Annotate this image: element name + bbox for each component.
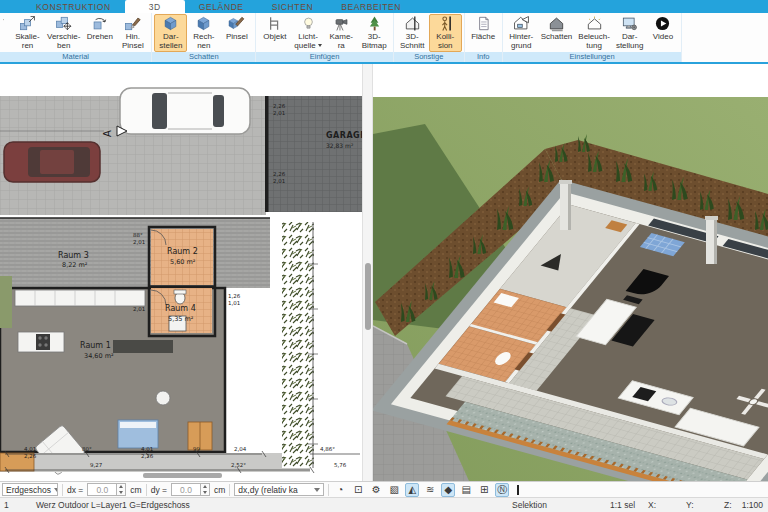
- raum2-floor: [151, 229, 213, 285]
- status-selection: Selektion: [512, 500, 547, 510]
- scale-icon: [18, 15, 37, 32]
- ribbon-button-lichtquelle[interactable]: Licht- quelle: [291, 14, 324, 52]
- group-info: Fläche Info: [465, 13, 503, 62]
- surface-icon: [474, 15, 493, 32]
- group-einstellungen: Hinter- grund Schatten Beleuch- tung: [503, 13, 683, 62]
- sideboard: [113, 340, 173, 353]
- view-3d[interactable]: [373, 64, 768, 481]
- ribbon-button-verschieben[interactable]: Verschie- ben: [44, 14, 83, 52]
- plugin-icon[interactable]: ⚙: [369, 483, 383, 497]
- svg-text:A: A: [102, 130, 113, 137]
- grass-strip: [0, 276, 12, 328]
- dim: 4,01: [141, 446, 153, 452]
- move-icon: [54, 15, 73, 32]
- tab-3d[interactable]: 3D: [125, 0, 185, 13]
- terrain-icon[interactable]: ◭: [405, 483, 419, 497]
- ribbon-button-flaeche[interactable]: Fläche: [467, 14, 500, 52]
- content-area: A GARAGE 32,83 m² 2,26 2,01 2,26 2,01 Ra…: [0, 64, 768, 481]
- group-label-einfuegen: Einfügen: [256, 52, 392, 62]
- plan-2d-view[interactable]: A GARAGE 32,83 m² 2,26 2,01 2,26 2,01 Ra…: [0, 64, 362, 481]
- group-label-schatten: Schatten: [152, 52, 255, 62]
- dim: 2,01: [273, 178, 285, 184]
- horizontal-scrollbar-thumb[interactable]: [143, 473, 222, 478]
- vertical-scrollbar[interactable]: [362, 64, 373, 481]
- text-cursor-icon: [517, 485, 519, 495]
- north-icon[interactable]: Ⓝ: [495, 483, 509, 497]
- dim: 2,52°: [231, 462, 246, 468]
- dim: 1,01: [228, 300, 240, 306]
- red-car: [4, 142, 100, 182]
- chair-icon: [265, 15, 284, 32]
- status-sel-ratio: 1:1 sel: [610, 500, 635, 510]
- ribbon-button-objekt[interactable]: Objekt: [258, 14, 291, 52]
- pillar: [705, 216, 718, 264]
- room-area: 8,22 m²: [62, 261, 88, 269]
- ribbon-button-rechnen[interactable]: Rech- nen: [187, 14, 220, 52]
- dim: 9,27: [90, 462, 103, 468]
- coordinate-mode-select[interactable]: dx,dy (relativ ka: [234, 483, 324, 496]
- ribbon-button-3d-schnitt[interactable]: 3D- Schnitt: [396, 14, 429, 52]
- dim: 4,01: [24, 446, 36, 452]
- ribbon-button-pinsel[interactable]: Pinsel: [220, 14, 253, 52]
- hedge: [282, 222, 314, 468]
- ribbon-button-3d-bitmap[interactable]: 3D- Bitmap: [358, 14, 391, 52]
- garage-area: 32,83 m²: [326, 142, 354, 149]
- dim: 2,26: [273, 171, 286, 177]
- group-label-material: Material: [0, 52, 151, 62]
- time-icon[interactable]: ◔: [333, 483, 347, 497]
- status-bar: 1 Werz Outdoor L=Layer1 G=Erdgeschoss Se…: [0, 497, 768, 512]
- status-x: X:: [648, 500, 656, 510]
- tab-gelaende[interactable]: GELÄNDE: [185, 0, 258, 13]
- grid-icon[interactable]: ⊞: [477, 483, 491, 497]
- rotate-icon: [90, 15, 109, 32]
- kitchen-counter: [15, 290, 145, 306]
- layers-icon[interactable]: ▤: [459, 483, 473, 497]
- room-area: 34,60 m²: [84, 352, 114, 360]
- dim: 5,76: [334, 462, 347, 468]
- texture-icon[interactable]: ≋: [423, 483, 437, 497]
- ribbon-button-darstellen[interactable]: Dar- stellen: [154, 14, 187, 52]
- dim: 2,04: [234, 446, 247, 452]
- dim: 2,01: [133, 306, 145, 312]
- ribbon-button-clipped[interactable]: r- en: [2, 14, 11, 52]
- room-label: Raum 3: [58, 251, 89, 260]
- ribbon-button-kollision[interactable]: Kolli- sion: [429, 14, 462, 52]
- dy-unit: cm: [214, 485, 225, 495]
- ribbon-button-hintergrund[interactable]: Hinter- grund: [505, 14, 538, 52]
- dy-stepper[interactable]: [201, 483, 210, 496]
- garage-wall: [265, 96, 269, 212]
- dy-label: dy =: [151, 485, 167, 495]
- floor-select[interactable]: Erdgeschos: [2, 483, 58, 496]
- monitor-gear-icon: [620, 15, 639, 32]
- separator: [229, 484, 230, 496]
- tab-sichten[interactable]: SICHTEN: [258, 0, 328, 13]
- dim: 4,86°: [320, 446, 335, 452]
- ribbon-button-schatten-einstellung[interactable]: Schatten: [538, 14, 576, 52]
- dx-input[interactable]: [87, 483, 117, 496]
- ribbon-button-drehen[interactable]: Drehen: [83, 14, 116, 52]
- brush-icon: [2, 15, 5, 32]
- material-icon[interactable]: ◆: [441, 483, 455, 497]
- vertical-scrollbar-thumb[interactable]: [365, 263, 371, 330]
- dx-stepper[interactable]: [117, 483, 126, 496]
- dy-input[interactable]: [171, 483, 201, 496]
- group-einfuegen: Objekt Licht- quelle Kame- ra: [256, 13, 393, 62]
- tab-konstruktion[interactable]: KONSTRUKTION: [22, 0, 125, 13]
- dim: 80°: [82, 446, 92, 452]
- status-project: Werz Outdoor L=Layer1 G=Erdgeschoss: [36, 500, 190, 510]
- tab-bearbeiten[interactable]: BEARBEITEN: [327, 0, 415, 13]
- ribbon-button-beleuchtung[interactable]: Beleuch- tung: [575, 14, 613, 52]
- status-z: Z:: [724, 500, 732, 510]
- display-icon[interactable]: ⊡: [351, 483, 365, 497]
- wardrobe: [188, 422, 212, 450]
- bottom-toolbar: Erdgeschos dx = cm dy = cm dx,dy (relati…: [0, 481, 768, 497]
- status-counter: 1: [4, 500, 9, 510]
- ribbon-button-video[interactable]: Video: [646, 14, 679, 52]
- colors-icon[interactable]: ▧: [387, 483, 401, 497]
- ribbon-body: r- en Skalie- ren Verschie- ben: [0, 13, 682, 62]
- ribbon-button-darstellung[interactable]: Dar- stellung: [613, 14, 647, 52]
- ribbon-button-hin-pinsel[interactable]: Hin. Pinsel: [116, 14, 149, 52]
- group-label-einstellungen: Einstellungen: [503, 52, 682, 62]
- ribbon-button-kamera[interactable]: Kame- ra: [325, 14, 358, 52]
- ribbon-button-skalieren[interactable]: Skalie- ren: [11, 14, 44, 52]
